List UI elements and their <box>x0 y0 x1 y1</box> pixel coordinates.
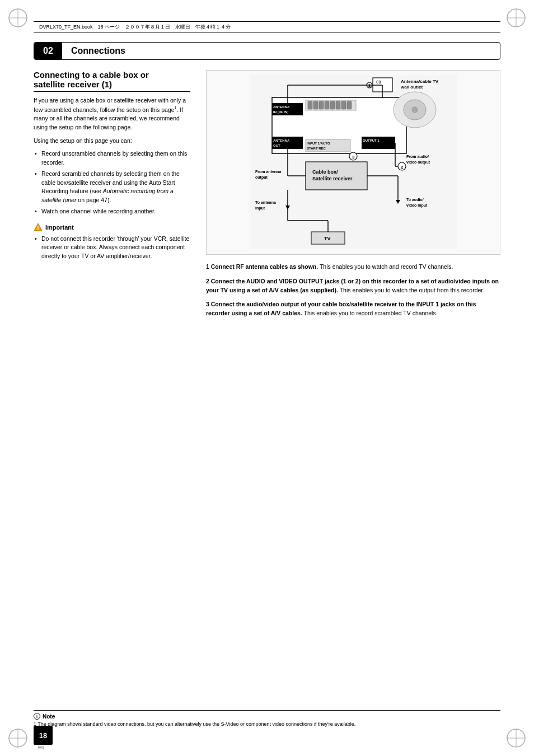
svg-text:wall outlet: wall outlet <box>400 85 423 90</box>
svg-text:TV: TV <box>324 236 331 241</box>
svg-text:From antenna: From antenna <box>255 170 281 174</box>
chapter-header: 02 Connections <box>34 42 500 60</box>
left-column: Connecting to a cable box orsatellite re… <box>34 70 190 324</box>
svg-text:Cable box/: Cable box/ <box>312 169 338 175</box>
bullet-2: Record scrambled channels by selecting t… <box>34 170 190 205</box>
step-1-heading: 1 Connect RF antenna cables as shown. <box>206 263 318 270</box>
steps-section: 1 Connect RF antenna cables as shown. Th… <box>206 263 500 318</box>
diagram-svg: Antenna/cable TV wall outlet CB 1 ANTENN… <box>211 75 495 249</box>
chapter-number: 02 <box>34 43 62 59</box>
warning-icon: ! <box>34 223 43 232</box>
note-icon: i <box>34 713 40 720</box>
corner-top-right <box>505 7 527 29</box>
corner-bottom-right <box>505 727 527 749</box>
svg-text:!: ! <box>38 225 39 231</box>
page-lang: En <box>38 745 44 750</box>
svg-text:IN (RF IN): IN (RF IN) <box>273 110 288 114</box>
svg-text:2: 2 <box>401 165 404 170</box>
svg-text:input: input <box>255 206 265 211</box>
using-text: Using the setup on this page you can: <box>34 137 190 146</box>
step-2: 2 Connect the AUDIO and VIDEO OUTPUT jac… <box>206 277 500 295</box>
svg-text:OUTPUT 1: OUTPUT 1 <box>363 139 380 142</box>
page-number: 18 <box>34 726 53 745</box>
svg-text:ANTENNA: ANTENNA <box>273 139 290 142</box>
svg-text:OUT: OUT <box>273 144 280 147</box>
step-3-text: This enables you to record scrambled TV … <box>304 310 438 316</box>
svg-rect-28 <box>319 101 324 109</box>
svg-rect-26 <box>308 101 312 109</box>
svg-text:INPUT 1/AUTO: INPUT 1/AUTO <box>307 142 330 145</box>
note-title: i Note <box>34 713 500 720</box>
svg-text:To antenna: To antenna <box>255 200 276 204</box>
connection-diagram: Antenna/cable TV wall outlet CB 1 ANTENN… <box>206 70 500 255</box>
svg-rect-31 <box>336 101 340 109</box>
svg-rect-27 <box>313 101 318 109</box>
svg-rect-33 <box>347 101 352 109</box>
svg-point-36 <box>412 107 418 113</box>
important-bullets: Do not connect this recorder 'through' y… <box>34 235 190 261</box>
two-col-layout: Connecting to a cable box orsatellite re… <box>34 70 500 324</box>
svg-rect-32 <box>341 101 346 109</box>
bottom-note: i Note 1 The diagram shows standard vide… <box>34 710 500 728</box>
file-info-bar: DVRLX70_TF_EN.book 18 ページ ２００７年８月１日 水曜日 … <box>34 21 500 32</box>
svg-text:To audio/: To audio/ <box>406 198 424 202</box>
bullet-3: Watch one channel while recording anothe… <box>34 207 190 216</box>
note-text: 1 The diagram shows standard video conne… <box>34 721 500 728</box>
svg-rect-29 <box>325 101 329 109</box>
svg-text:output: output <box>255 175 268 180</box>
svg-text:Antenna/cable TV: Antenna/cable TV <box>401 79 439 84</box>
section-title: Connecting to a cable box orsatellite re… <box>34 70 190 92</box>
step-1: 1 Connect RF antenna cables as shown. Th… <box>206 263 500 272</box>
footnote-ref: 1 <box>175 106 177 110</box>
intro-paragraph: If you are using a cable box or satellit… <box>34 96 190 132</box>
feature-bullets: Record unscrambled channels by selecting… <box>34 150 190 216</box>
svg-rect-30 <box>330 101 335 109</box>
svg-text:Satellite receiver: Satellite receiver <box>312 176 353 181</box>
svg-text:From audio/: From audio/ <box>406 155 429 158</box>
svg-text:video input: video input <box>406 203 428 208</box>
important-title: ! Important <box>34 223 190 232</box>
important-bullet-1: Do not connect this recorder 'through' y… <box>34 235 190 261</box>
corner-bottom-left <box>7 727 29 749</box>
page-content: 02 Connections Connecting to a cable box… <box>34 42 500 722</box>
svg-text:ANTENNA: ANTENNA <box>273 105 290 109</box>
file-info-text: DVRLX70_TF_EN.book 18 ページ ２００７年８月１日 水曜日 … <box>39 24 231 31</box>
svg-text:START REC: START REC <box>307 147 326 150</box>
corner-top-left <box>7 7 29 29</box>
step-1-text: This enables you to watch and record TV … <box>320 263 453 270</box>
chapter-title: Connections <box>62 43 134 59</box>
step-3: 3 Connect the audio/video output of your… <box>206 300 500 318</box>
svg-text:video output: video output <box>406 160 430 165</box>
svg-text:CB: CB <box>376 80 381 85</box>
step-2-text: This enables you to watch the output fro… <box>340 287 485 293</box>
important-box: ! Important Do not connect this recorder… <box>34 223 190 261</box>
right-column: Antenna/cable TV wall outlet CB 1 ANTENN… <box>206 70 500 324</box>
svg-text:3: 3 <box>352 155 355 160</box>
bullet-1: Record unscrambled channels by selecting… <box>34 150 190 167</box>
svg-text:i: i <box>36 715 38 718</box>
